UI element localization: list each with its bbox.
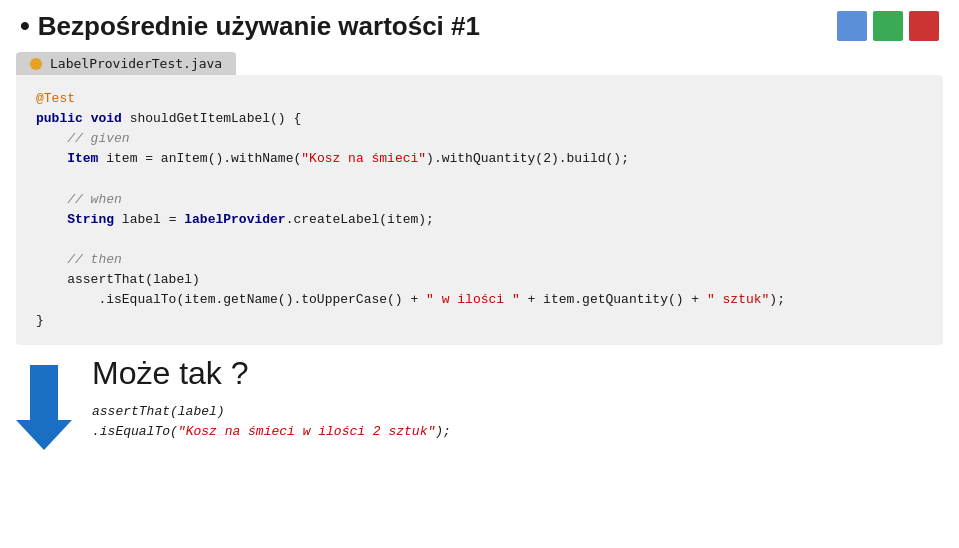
code-close: } <box>36 311 923 331</box>
header: • Bezpośrednie używanie wartości #1 <box>0 0 959 52</box>
color-boxes <box>837 11 939 41</box>
code-method-sig: public void shouldGetItemLabel() { <box>36 109 923 129</box>
code-comment-when: // when <box>36 190 923 210</box>
bottom-code-block: assertThat(label) .isEqualTo("Kosz na śm… <box>92 402 451 442</box>
file-tab: LabelProviderTest.java <box>16 52 236 75</box>
code-assert1: assertThat(label) <box>36 270 923 290</box>
bullet-icon: • <box>20 10 30 42</box>
red-box <box>909 11 939 41</box>
main-content: LabelProviderTest.java @Test public void… <box>0 52 959 345</box>
code-empty2 <box>36 230 923 250</box>
code-item-init: Item item = anItem().withName("Kosz na ś… <box>36 149 923 169</box>
code-label-init: String label = labelProvider.createLabel… <box>36 210 923 230</box>
code-comment-given: // given <box>36 129 923 149</box>
code-annotation: @Test <box>36 89 923 109</box>
page-title: • Bezpośrednie używanie wartości #1 <box>20 10 480 42</box>
file-dot-icon <box>30 58 42 70</box>
arrow-head <box>16 420 72 450</box>
blue-box <box>837 11 867 41</box>
bottom-section: Może tak ? assertThat(label) .isEqualTo(… <box>0 345 959 450</box>
code-assert2: .isEqualTo(item.getName().toUpperCase() … <box>36 290 923 310</box>
code-comment-then: // then <box>36 250 923 270</box>
green-box <box>873 11 903 41</box>
bottom-text-area: Może tak ? assertThat(label) .isEqualTo(… <box>92 355 451 442</box>
arrow-shaft <box>30 365 58 420</box>
maybe-text: Może tak ? <box>92 355 451 392</box>
arrow-down-icon <box>16 365 72 450</box>
file-tab-label: LabelProviderTest.java <box>50 56 222 71</box>
code-empty1 <box>36 170 923 190</box>
code-block: @Test public void shouldGetItemLabel() {… <box>16 75 943 345</box>
